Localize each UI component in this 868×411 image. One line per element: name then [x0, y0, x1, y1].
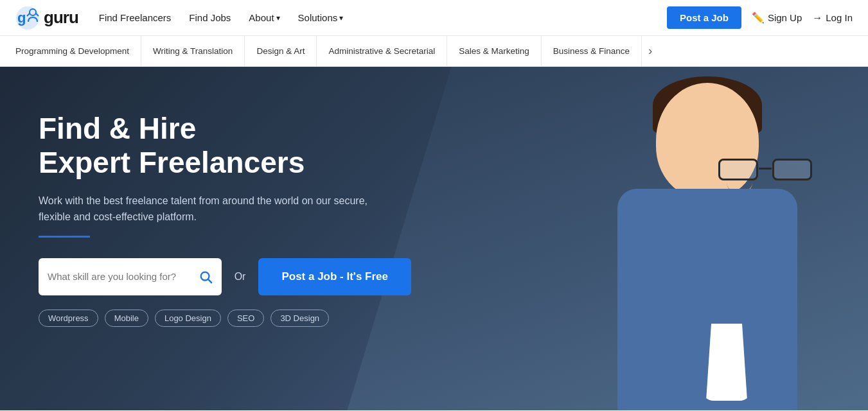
hero-or-text: Or — [235, 271, 246, 283]
logo-text: guru — [44, 8, 78, 28]
tag-logo-design[interactable]: Logo Design — [155, 310, 221, 327]
nav-actions: Post a Job ✏️ Sign Up → Log In — [667, 6, 853, 29]
search-icon — [199, 270, 213, 284]
log-in-button[interactable]: → Log In — [812, 12, 853, 24]
nav-find-freelancers[interactable]: Find Freelancers — [99, 12, 172, 23]
hero-content: Find & Hire Expert Freelancers Work with… — [0, 67, 450, 327]
tag-seo[interactable]: SEO — [227, 310, 264, 327]
login-icon: → — [812, 12, 822, 24]
edit-icon: ✏️ — [752, 12, 765, 24]
search-box — [39, 258, 222, 295]
hero-title: Find & Hire Expert Freelancers — [39, 112, 411, 180]
category-admin[interactable]: Administrative & Secretarial — [317, 36, 447, 66]
category-business[interactable]: Business & Finance — [542, 36, 642, 66]
category-sales[interactable]: Sales & Marketing — [447, 36, 542, 66]
hero-subtitle: Work with the best freelance talent from… — [39, 193, 373, 225]
nav-solutions[interactable]: Solutions ▾ — [298, 12, 344, 23]
svg-text:g: g — [17, 10, 26, 26]
logo[interactable]: g guru — [15, 6, 78, 30]
nav-links: Find Freelancers Find Jobs About ▾ Solut… — [99, 12, 667, 23]
tag-3d-design[interactable]: 3D Design — [270, 310, 329, 327]
hero-underline-accent — [39, 236, 90, 238]
hero-tags: Wordpress Mobile Logo Design SEO 3D Desi… — [39, 310, 411, 327]
category-design[interactable]: Design & Art — [245, 36, 317, 66]
hero-person-illustration — [598, 70, 817, 410]
post-job-nav-button[interactable]: Post a Job — [667, 6, 741, 29]
hero-search-row: Or Post a Job - It's Free — [39, 258, 411, 295]
category-bar: Programming & Development Writing & Tran… — [0, 36, 868, 67]
category-more-button[interactable]: › — [642, 36, 659, 66]
nav-about[interactable]: About ▾ — [249, 12, 279, 23]
tag-mobile[interactable]: Mobile — [105, 310, 148, 327]
chevron-down-icon: ▾ — [276, 13, 280, 22]
svg-line-6 — [208, 279, 211, 283]
person-body — [617, 189, 797, 410]
chevron-down-icon: ▾ — [339, 13, 343, 22]
post-job-hero-button[interactable]: Post a Job - It's Free — [258, 258, 411, 295]
category-programming[interactable]: Programming & Development — [10, 36, 141, 66]
category-writing[interactable]: Writing & Translation — [141, 36, 245, 66]
tag-wordpress[interactable]: Wordpress — [39, 310, 98, 327]
glasses-left — [718, 159, 758, 180]
glasses-right — [772, 159, 812, 180]
search-input[interactable] — [48, 271, 192, 282]
person-glasses — [717, 159, 813, 182]
guru-logo-icon: g — [15, 6, 40, 30]
person-shirt — [701, 324, 752, 401]
hero-section: Find & Hire Expert Freelancers Work with… — [0, 67, 868, 410]
glasses-bridge — [759, 168, 772, 170]
sign-up-button[interactable]: ✏️ Sign Up — [752, 12, 802, 24]
navbar: g guru Find Freelancers Find Jobs About … — [0, 0, 868, 36]
person-head — [656, 83, 759, 198]
nav-find-jobs[interactable]: Find Jobs — [189, 12, 231, 23]
